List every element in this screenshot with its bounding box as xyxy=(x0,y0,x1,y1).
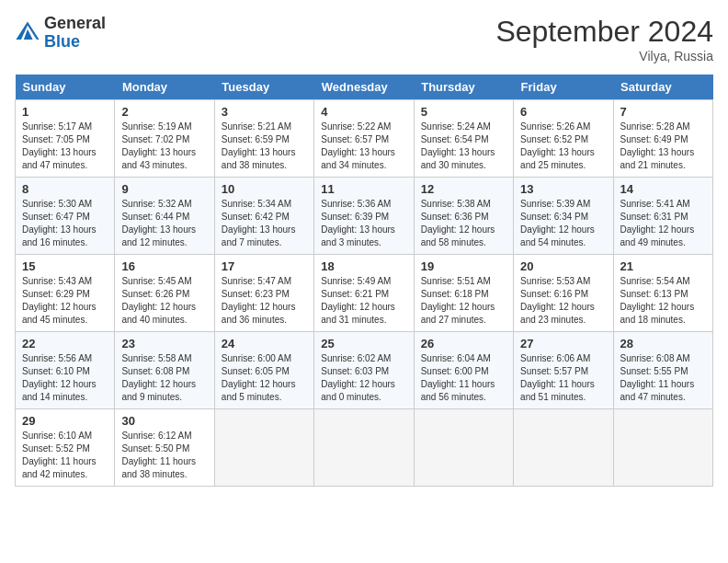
day-info: Sunrise: 5:30 AMSunset: 6:47 PMDaylight:… xyxy=(22,198,108,249)
day-info: Sunrise: 6:02 AMSunset: 6:03 PMDaylight:… xyxy=(321,352,406,404)
day-number: 13 xyxy=(520,182,606,196)
day-number: 16 xyxy=(121,259,207,273)
col-saturday: Saturday xyxy=(613,75,712,100)
day-number: 17 xyxy=(222,259,307,273)
table-cell: 10Sunrise: 5:34 AMSunset: 6:42 PMDayligh… xyxy=(214,178,313,255)
day-number: 30 xyxy=(121,414,207,428)
table-cell: 29Sunrise: 6:10 AMSunset: 5:52 PMDayligh… xyxy=(16,409,115,487)
day-number: 28 xyxy=(620,337,706,350)
col-sunday: Sunday xyxy=(16,75,115,100)
table-cell: 4Sunrise: 5:22 AMSunset: 6:57 PMDaylight… xyxy=(314,100,414,178)
col-friday: Friday xyxy=(514,75,613,100)
day-info: Sunrise: 5:24 AMSunset: 6:54 PMDaylight:… xyxy=(421,121,506,172)
day-info: Sunrise: 5:26 AMSunset: 6:52 PMDaylight:… xyxy=(520,121,606,172)
day-number: 26 xyxy=(421,337,506,350)
col-tuesday: Tuesday xyxy=(214,75,313,100)
day-number: 10 xyxy=(222,182,307,196)
table-cell: 18Sunrise: 5:49 AMSunset: 6:21 PMDayligh… xyxy=(314,255,414,332)
table-cell: 20Sunrise: 5:53 AMSunset: 6:16 PMDayligh… xyxy=(514,255,613,332)
table-cell xyxy=(613,409,712,487)
day-info: Sunrise: 6:04 AMSunset: 6:00 PMDaylight:… xyxy=(421,352,506,404)
day-info: Sunrise: 5:38 AMSunset: 6:36 PMDaylight:… xyxy=(421,198,506,249)
table-cell: 12Sunrise: 5:38 AMSunset: 6:36 PMDayligh… xyxy=(414,178,513,255)
day-info: Sunrise: 5:17 AMSunset: 7:05 PMDaylight:… xyxy=(22,121,108,172)
table-cell: 21Sunrise: 5:54 AMSunset: 6:13 PMDayligh… xyxy=(613,255,712,332)
day-info: Sunrise: 5:47 AMSunset: 6:23 PMDaylight:… xyxy=(222,275,307,327)
week-row-5: 29Sunrise: 6:10 AMSunset: 5:52 PMDayligh… xyxy=(16,409,713,487)
table-cell: 6Sunrise: 5:26 AMSunset: 6:52 PMDaylight… xyxy=(514,100,613,178)
day-number: 20 xyxy=(520,259,606,273)
table-cell: 19Sunrise: 5:51 AMSunset: 6:18 PMDayligh… xyxy=(414,255,513,332)
day-info: Sunrise: 6:06 AMSunset: 5:57 PMDaylight:… xyxy=(520,352,606,404)
day-number: 14 xyxy=(620,182,706,196)
day-number: 12 xyxy=(421,182,506,196)
table-cell xyxy=(414,409,513,487)
logo-icon xyxy=(15,20,40,46)
day-info: Sunrise: 5:21 AMSunset: 6:59 PMDaylight:… xyxy=(222,121,307,172)
table-cell xyxy=(314,409,414,487)
table-cell: 1Sunrise: 5:17 AMSunset: 7:05 PMDaylight… xyxy=(16,100,115,178)
table-cell: 7Sunrise: 5:28 AMSunset: 6:49 PMDaylight… xyxy=(613,100,712,178)
day-number: 27 xyxy=(520,337,606,350)
day-info: Sunrise: 6:08 AMSunset: 5:55 PMDaylight:… xyxy=(620,352,706,404)
table-cell xyxy=(514,409,613,487)
week-row-3: 15Sunrise: 5:43 AMSunset: 6:29 PMDayligh… xyxy=(16,255,713,332)
table-cell: 13Sunrise: 5:39 AMSunset: 6:34 PMDayligh… xyxy=(514,178,613,255)
week-row-2: 8Sunrise: 5:30 AMSunset: 6:47 PMDaylight… xyxy=(16,178,713,255)
table-cell: 14Sunrise: 5:41 AMSunset: 6:31 PMDayligh… xyxy=(613,178,712,255)
day-info: Sunrise: 5:36 AMSunset: 6:39 PMDaylight:… xyxy=(321,198,406,249)
day-number: 4 xyxy=(321,105,406,119)
day-number: 25 xyxy=(321,337,406,350)
day-number: 11 xyxy=(321,182,406,196)
day-info: Sunrise: 5:28 AMSunset: 6:49 PMDaylight:… xyxy=(620,121,706,172)
table-cell: 28Sunrise: 6:08 AMSunset: 5:55 PMDayligh… xyxy=(613,332,712,409)
table-cell: 26Sunrise: 6:04 AMSunset: 6:00 PMDayligh… xyxy=(414,332,513,409)
day-info: Sunrise: 5:53 AMSunset: 6:16 PMDaylight:… xyxy=(520,275,606,327)
calendar-table: Sunday Monday Tuesday Wednesday Thursday… xyxy=(15,75,713,487)
day-info: Sunrise: 5:32 AMSunset: 6:44 PMDaylight:… xyxy=(121,198,207,249)
day-number: 29 xyxy=(22,414,108,428)
day-info: Sunrise: 6:12 AMSunset: 5:50 PMDaylight:… xyxy=(121,430,207,481)
day-number: 9 xyxy=(121,182,207,196)
table-cell: 8Sunrise: 5:30 AMSunset: 6:47 PMDaylight… xyxy=(16,178,115,255)
day-info: Sunrise: 5:22 AMSunset: 6:57 PMDaylight:… xyxy=(321,121,406,172)
col-monday: Monday xyxy=(115,75,214,100)
header-row: Sunday Monday Tuesday Wednesday Thursday… xyxy=(16,75,713,100)
day-info: Sunrise: 5:54 AMSunset: 6:13 PMDaylight:… xyxy=(620,275,706,327)
day-info: Sunrise: 6:00 AMSunset: 6:05 PMDaylight:… xyxy=(222,352,307,404)
day-number: 18 xyxy=(321,259,406,273)
table-cell: 30Sunrise: 6:12 AMSunset: 5:50 PMDayligh… xyxy=(115,409,214,487)
day-info: Sunrise: 5:43 AMSunset: 6:29 PMDaylight:… xyxy=(22,275,108,327)
table-cell: 5Sunrise: 5:24 AMSunset: 6:54 PMDaylight… xyxy=(414,100,513,178)
day-number: 7 xyxy=(620,105,706,119)
month-year: September 2024 xyxy=(495,15,713,49)
day-number: 2 xyxy=(121,105,207,119)
page-header: General Blue September 2024 Vilya, Russi… xyxy=(15,15,713,63)
day-number: 23 xyxy=(121,337,207,350)
day-number: 3 xyxy=(222,105,307,119)
day-number: 19 xyxy=(421,259,506,273)
table-cell: 15Sunrise: 5:43 AMSunset: 6:29 PMDayligh… xyxy=(16,255,115,332)
day-number: 1 xyxy=(22,105,108,119)
table-cell: 24Sunrise: 6:00 AMSunset: 6:05 PMDayligh… xyxy=(214,332,313,409)
table-cell: 23Sunrise: 5:58 AMSunset: 6:08 PMDayligh… xyxy=(115,332,214,409)
logo-text: General Blue xyxy=(44,15,106,52)
day-number: 21 xyxy=(620,259,706,273)
col-thursday: Thursday xyxy=(414,75,513,100)
day-info: Sunrise: 5:49 AMSunset: 6:21 PMDaylight:… xyxy=(321,275,406,327)
logo: General Blue xyxy=(15,15,106,52)
day-info: Sunrise: 5:58 AMSunset: 6:08 PMDaylight:… xyxy=(121,352,207,404)
table-cell xyxy=(214,409,313,487)
day-number: 24 xyxy=(222,337,307,350)
table-cell: 27Sunrise: 6:06 AMSunset: 5:57 PMDayligh… xyxy=(514,332,613,409)
table-cell: 3Sunrise: 5:21 AMSunset: 6:59 PMDaylight… xyxy=(214,100,313,178)
table-cell: 17Sunrise: 5:47 AMSunset: 6:23 PMDayligh… xyxy=(214,255,313,332)
day-info: Sunrise: 6:10 AMSunset: 5:52 PMDaylight:… xyxy=(22,430,108,481)
day-info: Sunrise: 5:34 AMSunset: 6:42 PMDaylight:… xyxy=(222,198,307,249)
week-row-4: 22Sunrise: 5:56 AMSunset: 6:10 PMDayligh… xyxy=(16,332,713,409)
day-number: 5 xyxy=(421,105,506,119)
day-info: Sunrise: 5:39 AMSunset: 6:34 PMDaylight:… xyxy=(520,198,606,249)
day-number: 8 xyxy=(22,182,108,196)
day-info: Sunrise: 5:45 AMSunset: 6:26 PMDaylight:… xyxy=(121,275,207,327)
table-cell: 2Sunrise: 5:19 AMSunset: 7:02 PMDaylight… xyxy=(115,100,214,178)
